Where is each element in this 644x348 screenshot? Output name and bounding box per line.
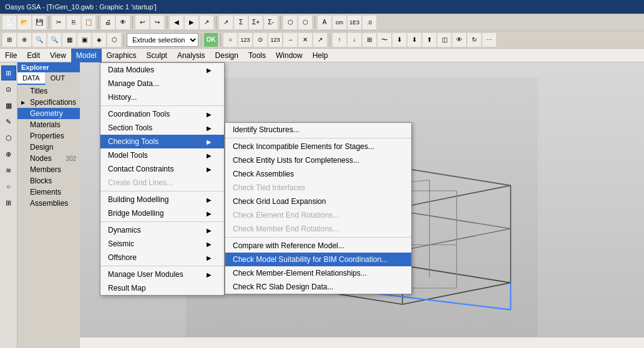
print-btn[interactable]: 🖨 <box>101 16 115 29</box>
sidebar-icon-lines[interactable]: ≋ <box>1 163 16 178</box>
arrow2-btn[interactable]: → <box>283 33 297 47</box>
tree-design[interactable]: Design <box>17 142 80 153</box>
tree-assemblies[interactable]: Assemblies <box>17 198 80 209</box>
node-btn[interactable]: ⊙ <box>253 33 267 47</box>
menu-checking-tools[interactable]: Checking Tools▶ <box>100 135 224 148</box>
forward-btn[interactable]: ▶ <box>185 16 198 29</box>
cm-btn[interactable]: cm <box>333 16 346 29</box>
dim-btn[interactable]: ◫ <box>437 33 451 47</box>
sidebar-icon-edit[interactable]: ✎ <box>1 114 16 129</box>
menu-section-tools[interactable]: Section Tools▶ <box>100 121 224 135</box>
menu-model-tools[interactable]: Model Tools▶ <box>100 148 224 162</box>
submenu-compare-reference[interactable]: Compare with Reference Model... <box>225 239 411 253</box>
load3-btn[interactable]: ⬆ <box>422 33 436 47</box>
menu-manage-data[interactable]: Manage Data... <box>100 77 224 90</box>
menu-coordination-tools[interactable]: Coordination Tools▶ <box>100 107 224 121</box>
sidebar-icon-circle[interactable]: ○ <box>1 179 16 194</box>
cross-btn[interactable]: ✕ <box>298 33 312 47</box>
submenu-check-assemblies[interactable]: Check Assemblies <box>225 167 411 181</box>
arrow-btn[interactable]: ↗ <box>200 16 213 29</box>
sigma-btn[interactable]: Σ <box>234 16 248 29</box>
menu-help[interactable]: Help <box>308 49 333 62</box>
sel-btn[interactable]: ▣ <box>77 33 91 47</box>
export-btn[interactable]: ⬡ <box>283 16 297 29</box>
menu-offshore[interactable]: Offshore▶ <box>100 251 224 264</box>
tree-blocks[interactable]: Blocks <box>17 175 80 186</box>
menu-sculpt[interactable]: Sculpt <box>142 49 172 62</box>
menu-window[interactable]: Window <box>271 49 308 62</box>
rotate-btn[interactable]: ↻ <box>467 33 481 47</box>
zoom2-btn[interactable]: 🔍 <box>47 33 61 47</box>
node2-btn[interactable]: 123 <box>268 33 282 47</box>
tree-materials[interactable]: Materials <box>17 119 80 130</box>
import-btn[interactable]: ⬡ <box>298 16 312 29</box>
zoom-btn[interactable]: 🔍 <box>32 33 46 47</box>
sidebar-icon-hex[interactable]: ⬡ <box>1 130 16 145</box>
menu-seismic[interactable]: Seismic▶ <box>100 237 224 251</box>
down-btn[interactable]: ↓ <box>348 33 361 47</box>
submenu-check-grid[interactable]: Check Grid Load Expansion <box>225 195 411 208</box>
preview-btn[interactable]: 👁 <box>116 16 130 29</box>
axis-btn[interactable]: ⊞ <box>363 33 376 47</box>
menu-result-map[interactable]: Result Map <box>100 281 224 295</box>
tree-members[interactable]: Members <box>17 164 80 175</box>
ok-btn[interactable]: OK <box>204 33 218 47</box>
extrude-dropdown[interactable]: Extrude selection <box>127 33 198 47</box>
poly-btn[interactable]: ⬡ <box>107 33 121 47</box>
menu-contact-constraints[interactable]: Contact Constraints▶ <box>100 162 224 176</box>
menu-data-modules[interactable]: Data Modules▶ <box>100 63 224 77</box>
menu-model[interactable]: Model <box>71 49 102 62</box>
tree-nodes[interactable]: Nodes 302 <box>17 153 80 164</box>
wave-btn[interactable]: 〜 <box>378 33 391 47</box>
sidebar-icon-grid[interactable]: ▦ <box>1 98 16 113</box>
submenu-identify-structures[interactable]: Identify Structures... <box>225 123 411 137</box>
submenu-check-entity[interactable]: Check Entity Lists for Completeness... <box>225 153 411 167</box>
circle-btn[interactable]: ○ <box>223 33 237 47</box>
tree-elements[interactable]: Elements <box>17 186 80 198</box>
tree-titles[interactable]: Titles <box>17 85 80 97</box>
submenu-check-rc-slab[interactable]: Check RC Slab Design Data... <box>225 280 411 294</box>
paste-btn[interactable]: 📋 <box>82 16 95 29</box>
sum-btn[interactable]: Σ+ <box>249 16 263 29</box>
layer-btn[interactable]: ▦ <box>62 33 76 47</box>
select-btn[interactable]: ↗ <box>219 16 233 29</box>
arrow3-btn[interactable]: ↗ <box>313 33 327 47</box>
up-btn[interactable]: ↑ <box>333 33 346 47</box>
sum2-btn[interactable]: Σ- <box>264 16 278 29</box>
sel2-btn[interactable]: ◈ <box>92 33 106 47</box>
menu-manage-user-modules[interactable]: Manage User Modules▶ <box>100 268 224 281</box>
menu-dynamics[interactable]: Dynamics▶ <box>100 223 224 237</box>
font-btn[interactable]: A <box>318 16 331 29</box>
menu-tools[interactable]: Tools <box>243 49 271 62</box>
snap-btn[interactable]: ⊕ <box>17 33 31 47</box>
menu-graphics[interactable]: Graphics <box>102 49 142 62</box>
copy-btn[interactable]: ⎘ <box>67 16 80 29</box>
dec-btn[interactable]: .0 <box>363 16 376 29</box>
menu-building-modelling[interactable]: Building Modelling▶ <box>100 193 224 206</box>
sidebar-icon-node[interactable]: ⊙ <box>1 82 16 97</box>
sidebar-icon-plus[interactable]: ⊕ <box>1 147 16 162</box>
tab-data[interactable]: DATA <box>17 72 46 85</box>
menu-bridge-modelling[interactable]: Bridge Modelling▶ <box>100 206 224 220</box>
tree-properties[interactable]: Properties <box>17 130 80 142</box>
menu-edit[interactable]: Edit <box>22 49 45 62</box>
save-btn[interactable]: 💾 <box>32 16 46 29</box>
scale-btn[interactable]: 1E3 <box>348 16 361 29</box>
menu-analysis[interactable]: Analysis <box>172 49 210 62</box>
menu-history[interactable]: History... <box>100 90 224 104</box>
123-btn[interactable]: 123 <box>238 33 252 47</box>
menu-file[interactable]: File <box>0 49 22 62</box>
menu-view[interactable]: View <box>45 49 71 62</box>
tree-specifications[interactable]: ▶ Specifications <box>17 97 80 108</box>
redo-btn[interactable]: ↪ <box>150 16 164 29</box>
load2-btn[interactable]: ⬇ <box>407 33 421 47</box>
sidebar-icon-add[interactable]: ⊞ <box>1 195 16 210</box>
back-btn[interactable]: ◀ <box>170 16 183 29</box>
tab-out[interactable]: OUT <box>46 72 71 85</box>
submenu-check-bim[interactable]: Check Model Suitability for BIM Coordina… <box>225 253 411 266</box>
sidebar-icon-home[interactable]: ⊞ <box>1 65 16 80</box>
grid-btn[interactable]: ⊞ <box>2 33 16 47</box>
open-btn[interactable]: 📂 <box>17 16 31 29</box>
more-btn[interactable]: ⋯ <box>482 33 496 47</box>
undo-btn[interactable]: ↩ <box>135 16 149 29</box>
